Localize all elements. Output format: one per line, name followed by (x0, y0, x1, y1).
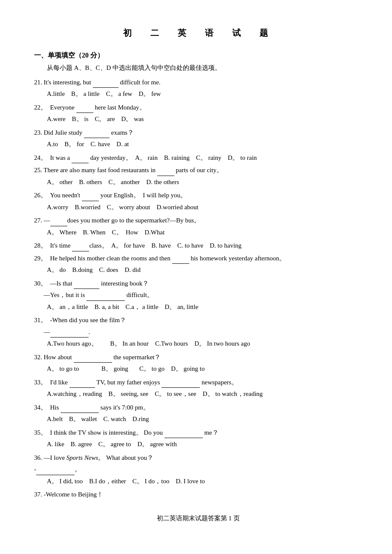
question-33: 33。 I'd like TV, but my father enjoys ne… (34, 377, 362, 400)
question-28: 28。 It's time class。 A。 for have B. have… (34, 240, 362, 251)
question-30: 30。 —Is that interesting book？ —Yes，but … (34, 278, 362, 313)
question-22: 22。 Everyone here last Monday。 A.were B。… (34, 102, 362, 125)
question-25: 25. There are also many fast food restau… (34, 165, 362, 188)
question-34: 34。 His says it's 7:00 pm。 A.belt B。 wal… (34, 402, 362, 425)
question-26: 26。 You needn't your English。 I will hel… (34, 190, 362, 213)
question-35: 35。 I think the TV show is interesting。 … (34, 427, 362, 450)
question-29: 29。 He helped his mother clean the rooms… (34, 253, 362, 276)
question-24: 24。 It was a day yesterday。 A。 rain B. r… (34, 153, 362, 164)
section1-intro: 从每小题 A、B、C、D 中选出能填入句中空白处的最佳选项。 (34, 63, 362, 74)
question-37: 37. -Welcome to Beijing！ (34, 489, 362, 500)
question-23: 23. Did Julie study exams？ A.to B。 for C… (34, 127, 362, 150)
section1-header: 一、单项填空（20 分） (34, 49, 362, 61)
question-21: 21. It's interesting, but difficult for … (34, 77, 362, 100)
footer: 初二英语期末试题答案第 1 页 (34, 513, 362, 524)
question-27: 27. —does you mother go to the supermark… (34, 215, 362, 238)
question-31: 31。 -When did you see the film？ —. A.Two… (34, 315, 362, 349)
question-36: 36. —I love Sports News。 What about you？… (34, 453, 362, 487)
question-32: 32. How about the supermarket？ A。 to go … (34, 352, 362, 375)
page-title: 初 二 英 语 试 题 (34, 26, 362, 40)
